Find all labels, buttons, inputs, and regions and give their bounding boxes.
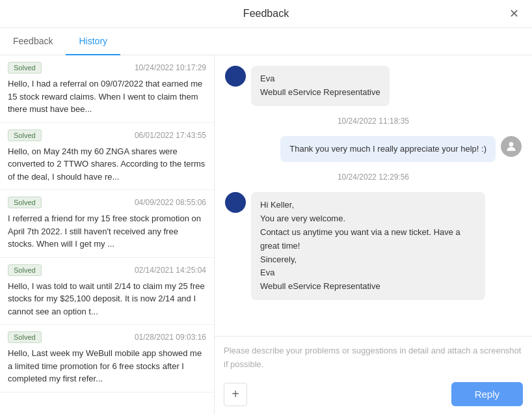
ticket-item[interactable]: Solved 10/24/2022 10:17:29 Hello, I had … [0,55,214,123]
tab-feedback[interactable]: Feedback [0,28,66,55]
input-area: Please describe your problems or suggest… [215,336,532,414]
chat-area: EvaWebull eService Representative 10/24/… [215,55,532,336]
solved-badge: Solved [8,264,42,276]
ticket-text: Hello, I had a referral on 09/07/2022 th… [8,77,206,116]
ticket-text: I referred a friend for my 15 free stock… [8,212,206,251]
solved-badge: Solved [8,197,42,208]
chat-message-user: Thank you very much I really appreciate … [225,136,522,163]
ticket-text: Hello, on May 24th my 60 ZNGA shares wer… [8,145,206,184]
ticket-text: Hello, Last week my WeBull mobile app sh… [8,347,206,385]
ticket-list: Solved 10/24/2022 10:17:29 Hello, I had … [0,55,215,414]
ticket-item[interactable]: Solved 02/14/2021 14:25:04 Hello, I was … [0,258,214,325]
modal-header: Feedback ✕ [0,0,532,28]
timestamp-2: 10/24/2022 12:29:56 [225,172,522,182]
ticket-date: 01/28/2021 09:03:16 [135,333,206,342]
main-content: Solved 10/24/2022 10:17:29 Hello, I had … [0,55,532,414]
close-button[interactable]: ✕ [507,5,522,22]
tab-history[interactable]: History [66,28,120,55]
attach-button[interactable]: + [224,383,247,406]
solved-badge: Solved [8,62,42,74]
ticket-item[interactable]: Solved 01/28/2021 09:03:16 Hello, Last w… [0,325,214,393]
modal-title: Feedback [243,8,289,20]
agent-avatar-1 [225,66,246,87]
user-avatar [501,136,522,157]
ticket-date: 10/24/2022 10:17:29 [135,63,206,72]
timestamp-1: 10/24/2022 11:18:35 [225,117,522,126]
ticket-item[interactable]: Solved 06/01/2022 17:43:55 Hello, on May… [0,123,214,191]
svg-point-0 [509,142,514,146]
input-placeholder[interactable]: Please describe your problems or suggest… [224,344,523,376]
chat-message-agent-2: Hi Keller,You are very welcome.Contact u… [225,192,522,300]
ticket-date: 04/09/2022 08:55:06 [135,198,206,207]
solved-badge: Solved [8,331,42,343]
reply-button[interactable]: Reply [451,382,523,406]
modal: Feedback ✕ Feedback History Solved 10/24… [0,0,532,414]
chat-panel: EvaWebull eService Representative 10/24/… [215,55,532,414]
chat-message-agent-1: EvaWebull eService Representative [225,66,522,106]
agent-bubble-2: Hi Keller,You are very welcome.Contact u… [251,192,485,300]
ticket-date: 02/14/2021 14:25:04 [135,266,206,275]
input-actions: + Reply [224,382,523,406]
ticket-date: 06/01/2022 17:43:55 [135,131,206,140]
agent-bubble-1: EvaWebull eService Representative [251,66,390,106]
tabs-bar: Feedback History [0,28,532,55]
user-bubble: Thank you very much I really appreciate … [280,136,496,163]
ticket-item[interactable]: Solved 04/09/2022 08:55:06 I referred a … [0,190,214,258]
solved-badge: Solved [8,130,42,141]
ticket-text: Hello, I was told to wait until 2/14 to … [8,280,206,318]
agent-avatar-2 [225,192,246,213]
